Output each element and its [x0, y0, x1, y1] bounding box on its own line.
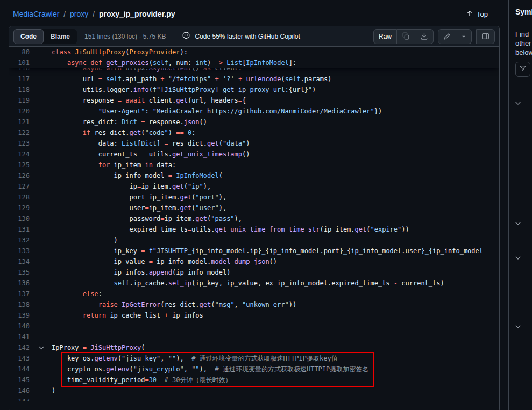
line-number[interactable]: 101 [9, 57, 30, 68]
code-line: 120 "User-Agent": "MediaCrawler https://… [9, 106, 499, 117]
code-line: 126 ip_info_model = IpInfoModel( [9, 170, 499, 181]
line-number[interactable]: 135 [9, 267, 30, 278]
code-text: current_ts = utils.get_unix_timestamp() [52, 149, 499, 160]
line-number[interactable]: 142 [9, 342, 30, 353]
code-line: 128 port=ip_item.get("port"), [9, 192, 499, 203]
line-number[interactable]: 133 [9, 246, 30, 256]
line-number[interactable]: 126 [9, 170, 30, 181]
line-number[interactable]: 120 [9, 106, 30, 117]
line-number[interactable]: 131 [9, 224, 30, 235]
line-number[interactable]: 139 [9, 310, 30, 321]
code-text: time_validity_period=30 # 30分钟（最长时效） [52, 375, 499, 385]
fold-chevron-icon[interactable] [38, 344, 45, 351]
line-number[interactable]: 147 [9, 396, 30, 401]
code-text: expired_time_ts=utils.get_unix_time_from… [52, 224, 499, 235]
symbols-panel-title: Symbols [515, 8, 532, 16]
code-text: ip=ip_item.get("ip"), [52, 181, 499, 192]
code-line: 132 ) [9, 235, 499, 246]
code-text: IpProxy = JiSuHttpProxy( [52, 342, 499, 353]
code-line: 118 utils.logger.info(f"[JiSuHttpProxy] … [9, 84, 499, 95]
copy-button[interactable] [397, 29, 415, 44]
code-line: 145 time_validity_period=30 # 30分钟（最长时效） [9, 375, 499, 385]
copilot-banner[interactable]: Code 55% faster with GitHub Copilot [182, 31, 300, 41]
code-line: 123 data: List[Dict] = res_dict.get("dat… [9, 138, 499, 149]
edit-dropdown-button[interactable] [456, 29, 472, 44]
gutter [30, 213, 52, 224]
code-text [52, 321, 499, 332]
line-number[interactable]: 146 [9, 385, 30, 396]
code-line: 142IpProxy = JiSuHttpProxy( [9, 342, 499, 353]
code-text [52, 396, 499, 401]
line-number[interactable]: 141 [9, 332, 30, 342]
gutter [30, 95, 52, 106]
gutter [30, 299, 52, 310]
breadcrumb: MediaCrawler / proxy / proxy_ip_provider… [13, 10, 175, 18]
symbols-panel: Symbols Findotherbelow [508, 0, 532, 410]
filter-button[interactable] [515, 62, 530, 77]
code-line: 101 async def get_proxies(self, num: int… [9, 57, 499, 68]
edit-button[interactable] [438, 29, 456, 44]
line-number[interactable]: 143 [9, 353, 30, 364]
breadcrumb-dir-link[interactable]: proxy [70, 10, 88, 18]
gutter [30, 47, 52, 57]
download-button[interactable] [415, 29, 434, 44]
gutter [30, 246, 52, 256]
back-to-top-button[interactable]: Top [466, 10, 488, 19]
code-text: port=ip_item.get("port"), [52, 192, 499, 203]
chevron-down-icon[interactable] [514, 99, 522, 109]
gutter [30, 203, 52, 213]
code-text: user=ip_item.get("user"), [52, 203, 499, 213]
line-number[interactable]: 122 [9, 127, 30, 138]
line-number[interactable]: 127 [9, 181, 30, 192]
gutter [30, 235, 52, 246]
gutter [30, 84, 52, 95]
back-to-top-label: Top [477, 10, 488, 18]
code-text: ip_key = f"JISUHTTP_{ip_info_model.ip}_{… [52, 246, 499, 256]
line-number[interactable]: 124 [9, 149, 30, 160]
tab-blame[interactable]: Blame [44, 29, 77, 44]
code-text: async def get_proxies(self, num: int) ->… [52, 57, 499, 68]
code-line: 134 ip_value = ip_info_model.model_dump_… [9, 256, 499, 267]
line-number[interactable]: 128 [9, 192, 30, 203]
main-column: MediaCrawler / proxy / proxy_ip_provider… [0, 0, 508, 410]
chevron-down-icon[interactable] [514, 220, 522, 229]
code-line: 129 user=ip_item.get("user"), [9, 203, 499, 213]
symbols-panel-toggle-button[interactable] [476, 29, 495, 44]
raw-button-group: Raw [373, 29, 434, 44]
line-number[interactable]: 119 [9, 95, 30, 106]
line-number[interactable]: 121 [9, 117, 30, 127]
code-text: if res_dict.get("code") == 0: [52, 127, 499, 138]
code-line: 130 password=ip_item.get("pass"), [9, 213, 499, 224]
chevron-down-icon[interactable] [514, 254, 522, 264]
edit-button-group [438, 29, 472, 44]
gutter [30, 74, 52, 84]
line-number[interactable]: 137 [9, 289, 30, 299]
code-line: 122 if res_dict.get("code") == 0: [9, 127, 499, 138]
line-number[interactable]: 132 [9, 235, 30, 246]
chevron-down-icon[interactable] [514, 323, 522, 333]
line-number[interactable]: 134 [9, 256, 30, 267]
page: MediaCrawler / proxy / proxy_ip_provider… [0, 0, 532, 410]
code-text: class JiSuHttpProxy(ProxyProvider): [52, 47, 499, 57]
line-number[interactable]: 138 [9, 299, 30, 310]
code-text: else: [52, 289, 499, 299]
line-number[interactable]: 123 [9, 138, 30, 149]
line-number[interactable]: 129 [9, 203, 30, 213]
line-number[interactable]: 117 [9, 74, 30, 84]
raw-button[interactable]: Raw [373, 29, 397, 44]
code-line: 135 ip_infos.append(ip_info_model) [9, 267, 499, 278]
code-line: 137 else: [9, 289, 499, 299]
line-number[interactable]: 136 [9, 278, 30, 289]
tab-code[interactable]: Code [13, 29, 44, 44]
line-number[interactable]: 130 [9, 213, 30, 224]
gutter [30, 106, 52, 117]
line-number[interactable]: 118 [9, 84, 30, 95]
line-number[interactable]: 125 [9, 160, 30, 170]
breadcrumb-repo-link[interactable]: MediaCrawler [13, 10, 59, 18]
line-number[interactable]: 145 [9, 375, 30, 385]
code-text: ip_value = ip_info_model.model_dump_json… [52, 256, 499, 267]
line-number[interactable]: 140 [9, 321, 30, 332]
gutter [30, 170, 52, 181]
line-number[interactable]: 144 [9, 364, 30, 375]
line-number[interactable]: 80 [9, 47, 30, 57]
